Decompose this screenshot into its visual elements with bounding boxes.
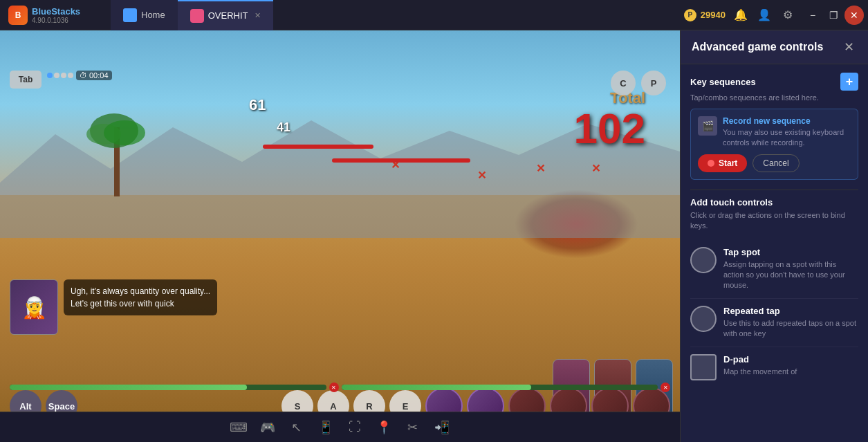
repeated-tap-info: Repeated tap Use this to add repeated ta… — [723, 306, 858, 340]
add-touch-desc: Click or drag the actions on the screen … — [690, 210, 858, 232]
battle-effect — [514, 190, 638, 259]
char-portrait: 🧝 — [10, 279, 58, 335]
enemy-hp-bar-2 — [332, 158, 470, 163]
enemy-x4: ✕ — [591, 162, 600, 175]
hit-number-1: 61 — [249, 96, 266, 114]
key-sequences-title: Key sequences — [690, 77, 756, 87]
dpad-item[interactable]: D-pad Map the movement of — [690, 347, 858, 387]
tab-game-label: OVERHIT — [208, 10, 248, 21]
home-icon — [123, 8, 137, 22]
record-card-top: 🎬 Record new sequence You may also use e… — [698, 116, 851, 149]
coins-display: P 29940 — [684, 9, 726, 21]
bluestacks-logo: B BlueStacks 4.90.0.1036 — [0, 6, 111, 25]
repeated-tap-item[interactable]: Repeated tap Use this to add repeated ta… — [690, 299, 858, 347]
bluestacks-icon: B — [8, 6, 28, 25]
hit-number-2: 41 — [277, 120, 290, 135]
tap-spot-name: Tap spot — [723, 247, 858, 257]
add-touch-section: Add touch controls Click or drag the act… — [690, 197, 858, 387]
start-button[interactable]: Start — [698, 154, 747, 172]
record-icon: 🎬 — [698, 116, 717, 136]
account-icon[interactable]: 👤 — [756, 7, 773, 24]
coin-icon: P — [684, 9, 696, 21]
key-sequences-header: Key sequences + — [690, 73, 858, 91]
dpad-thumb — [690, 354, 717, 380]
dpad-desc: Map the movement of — [723, 367, 858, 377]
key-sequences-desc: Tap/combo sequences are listed here. — [690, 93, 858, 102]
prog-bar-2 — [342, 385, 658, 390]
char-text-1: Ugh, it's always quantity over quality..… — [71, 285, 210, 297]
repeated-tap-thumb — [690, 306, 717, 332]
tab-game[interactable]: OVERHIT ✕ — [178, 0, 274, 30]
panel-content[interactable]: Key sequences + Tap/combo sequences are … — [681, 64, 868, 442]
window-controls: − ❐ ✕ — [803, 6, 868, 25]
restore-button[interactable]: ❐ — [824, 6, 843, 25]
p-button[interactable]: P — [641, 71, 666, 95]
tap-spot-thumb — [690, 247, 717, 273]
progress-bars: ✕ ✕ — [0, 383, 680, 392]
prog-bar-x1: ✕ — [329, 383, 339, 392]
hud-dot-3 — [61, 73, 66, 78]
tap-spot-info: Tap spot Assign tapping on a spot with t… — [723, 247, 858, 291]
repeated-tap-desc: Use this to add repeated taps on a spot … — [723, 318, 858, 340]
dpad-info: D-pad Map the movement of — [723, 354, 858, 377]
panel-header: Advanced game controls ✕ — [681, 30, 868, 64]
right-panel: Advanced game controls ✕ Key sequences +… — [680, 30, 868, 442]
enemy-hp-bar-1 — [263, 145, 373, 149]
enemy-x2: ✕ — [477, 169, 486, 182]
dpad-name: D-pad — [723, 354, 858, 365]
start-label: Start — [719, 158, 737, 168]
score-value: 102 — [574, 107, 645, 150]
settings-icon[interactable]: ⚙ — [779, 7, 796, 24]
toolbar-icons: 🔔 👤 ⚙ — [726, 7, 803, 24]
tab-home-label: Home — [141, 10, 165, 20]
prog-bar-1 — [10, 385, 326, 390]
bottom-toolbar: ⌨ 🎮 ↖ 📱 ⛶ 📍 ✂ 📲 — [0, 412, 680, 442]
timer-value: 00:04 — [89, 71, 109, 80]
record-desc: You may also use existing keyboard contr… — [723, 127, 851, 149]
coin-amount: 29940 — [701, 10, 726, 20]
record-title: Record new sequence — [723, 116, 851, 126]
record-dot — [708, 160, 714, 167]
cursor-icon[interactable]: ↖ — [287, 418, 306, 437]
location-icon[interactable]: 📍 — [374, 418, 394, 437]
c-button[interactable]: C — [611, 71, 636, 95]
add-touch-header: Add touch controls — [690, 197, 858, 208]
bell-icon[interactable]: 🔔 — [732, 7, 749, 24]
cancel-button[interactable]: Cancel — [752, 154, 799, 172]
char-text-2: Let's get this over with quick — [71, 297, 210, 310]
tab-key-button[interactable]: Tab — [10, 71, 41, 89]
gamepad-icon[interactable]: 🎮 — [258, 418, 277, 437]
tab-home[interactable]: Home — [111, 0, 178, 30]
app-name: BlueStacks — [32, 6, 80, 17]
prog-bar-x2: ✕ — [661, 383, 670, 392]
section-divider — [690, 190, 858, 190]
enemy-x3: ✕ — [536, 162, 545, 175]
tap-spot-desc: Assign tapping on a spot with this actio… — [723, 259, 858, 291]
char-text-box: Ugh, it's always quantity over quality..… — [64, 279, 217, 315]
phone-icon[interactable]: 📱 — [316, 418, 335, 437]
cut-icon[interactable]: ✂ — [403, 418, 423, 437]
titlebar: B BlueStacks 4.90.0.1036 Home OVERHIT ✕ … — [0, 0, 868, 30]
panel-title: Advanced game controls — [692, 41, 823, 53]
app-version: 4.90.0.1036 — [32, 17, 80, 24]
prog-bar-2-fill — [342, 385, 532, 390]
hud-dot-2 — [54, 73, 59, 78]
score-area: Total 102 — [574, 89, 645, 150]
hud-dot-1 — [47, 73, 53, 78]
device-icon[interactable]: 📲 — [432, 418, 452, 437]
repeated-tap-name: Repeated tap — [723, 306, 858, 316]
close-button[interactable]: ✕ — [844, 6, 864, 25]
screen-icon[interactable]: ⛶ — [345, 418, 364, 437]
tap-spot-item[interactable]: Tap spot Assign tapping on a spot with t… — [690, 240, 858, 299]
prog-bar-1-fill — [10, 385, 247, 390]
record-card-text: Record new sequence You may also use exi… — [723, 116, 851, 149]
add-sequence-button[interactable]: + — [840, 73, 858, 91]
panel-close-button[interactable]: ✕ — [840, 39, 857, 55]
minimize-button[interactable]: − — [803, 6, 822, 25]
hud-dots — [47, 73, 73, 78]
tab-close-x[interactable]: ✕ — [255, 11, 261, 20]
key-sequences-section: Key sequences + Tap/combo sequences are … — [690, 73, 858, 180]
main-area: ✕ ✕ ✕ ✕ 61 41 Total 102 Tab ⏱00:04 — [0, 30, 868, 442]
keyboard-icon[interactable]: ⌨ — [229, 418, 248, 437]
game-viewport[interactable]: ✕ ✕ ✕ ✕ 61 41 Total 102 Tab ⏱00:04 — [0, 30, 680, 442]
